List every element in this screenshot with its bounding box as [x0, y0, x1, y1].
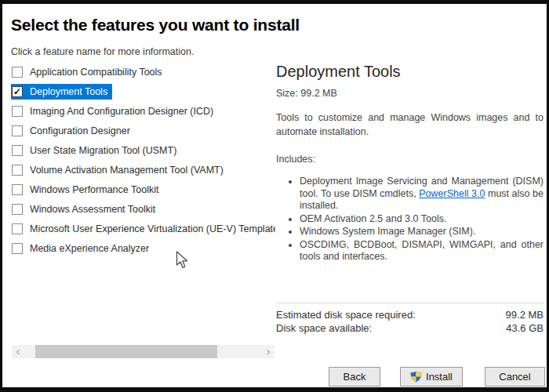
- feature-row-5[interactable]: Volume Activation Management Tool (VAMT): [11, 162, 228, 178]
- cancel-button[interactable]: Cancel: [485, 367, 545, 387]
- feature-label: Windows Assessment Toolkit: [30, 204, 155, 215]
- checkbox-unchecked-icon[interactable]: [12, 165, 23, 176]
- checkbox-unchecked-icon[interactable]: [12, 204, 23, 215]
- feature-row-4[interactable]: User State Migration Tool (USMT): [11, 143, 181, 158]
- disk-required-value: 99.2 MB: [506, 308, 544, 321]
- feature-label: User State Migration Tool (USMT): [30, 145, 176, 156]
- includes-label: Includes:: [276, 154, 544, 165]
- feature-row-2[interactable]: Imaging And Configuration Designer (ICD): [11, 103, 218, 119]
- disk-available-row: Disk space available: 43.6 GB: [276, 321, 544, 335]
- scroll-left-arrow-icon[interactable]: ‹: [12, 345, 24, 358]
- feature-label: Windows Performance Toolkit: [30, 184, 158, 195]
- scrollbar-thumb[interactable]: [35, 345, 217, 358]
- feature-label: Media eXperience Analyzer: [30, 243, 149, 254]
- feature-row-7[interactable]: Windows Assessment Toolkit: [11, 201, 160, 217]
- feature-label: Configuration Designer: [30, 125, 130, 136]
- includes-list: Deployment Image Servicing and Managemen…: [276, 176, 544, 263]
- install-button-label: Install: [426, 371, 453, 383]
- includes-item-2: Windows System Image Manager (SIM).: [300, 226, 544, 238]
- includes-item-3: OSCDIMG, BCDBoot, DISMAPI, WIMGAPI, and …: [300, 239, 544, 263]
- disk-required-label: Estimated disk space required:: [276, 308, 416, 321]
- details-size: Size: 99.2 MB: [276, 88, 544, 99]
- feature-row-6[interactable]: Windows Performance Toolkit: [11, 182, 163, 198]
- includes-item-1: OEM Activation 2.5 and 3.0 Tools.: [300, 213, 544, 226]
- adk-install-features-window: Select the features you want to install …: [0, 0, 549, 392]
- feature-label: Microsoft User Experience Virtualization…: [30, 223, 275, 234]
- back-button[interactable]: Back: [329, 367, 380, 387]
- feature-list: Application Compatibility Tools✓Deployme…: [11, 64, 275, 260]
- disk-available-value: 43.6 GB: [506, 321, 544, 335]
- feature-label: Imaging And Configuration Designer (ICD): [30, 106, 213, 117]
- disk-required-row: Estimated disk space required: 99.2 MB: [276, 308, 544, 321]
- checkbox-unchecked-icon[interactable]: [12, 243, 23, 254]
- checkbox-unchecked-icon[interactable]: [12, 145, 23, 156]
- horizontal-scrollbar[interactable]: ‹ ›: [12, 345, 274, 358]
- feature-row-9[interactable]: Media eXperience Analyzer: [11, 241, 154, 256]
- cancel-button-label: Cancel: [499, 371, 530, 383]
- uac-shield-icon: [410, 371, 422, 383]
- feature-label: Volume Activation Management Tool (VAMT): [30, 165, 224, 176]
- checkbox-unchecked-icon[interactable]: [12, 106, 23, 117]
- feature-row-8[interactable]: Microsoft User Experience Virtualization…: [11, 221, 275, 237]
- install-button[interactable]: Install: [400, 367, 463, 387]
- feature-label: Deployment Tools: [30, 86, 107, 97]
- disk-section-separator: [276, 303, 544, 303]
- includes-item-text: OEM Activation 2.5 and 3.0 Tools.: [300, 213, 446, 224]
- back-button-label: Back: [344, 371, 366, 383]
- details-title: Deployment Tools: [276, 63, 544, 81]
- includes-item-text: Windows System Image Manager (SIM).: [300, 226, 475, 237]
- checkbox-unchecked-icon[interactable]: [12, 184, 23, 195]
- feature-label: Application Compatibility Tools: [30, 67, 162, 78]
- details-panel: Deployment Tools Size: 99.2 MB Tools to …: [276, 63, 544, 264]
- scroll-right-arrow-icon[interactable]: ›: [262, 345, 274, 358]
- checkbox-unchecked-icon[interactable]: [12, 67, 23, 78]
- powershell-link[interactable]: PowerShell 3.0: [419, 188, 485, 199]
- feature-row-3[interactable]: Configuration Designer: [11, 123, 135, 139]
- feature-row-0[interactable]: Application Compatibility Tools: [11, 64, 167, 80]
- page-subtitle: Click a feature name for more informatio…: [11, 46, 194, 57]
- checkbox-unchecked-icon[interactable]: [12, 223, 23, 234]
- checkbox-unchecked-icon[interactable]: [12, 125, 23, 136]
- includes-item-0: Deployment Image Servicing and Managemen…: [300, 176, 544, 212]
- details-description: Tools to customize and manage Windows im…: [276, 111, 544, 139]
- disk-space-summary: Estimated disk space required: 99.2 MB D…: [276, 308, 544, 335]
- feature-row-1[interactable]: ✓Deployment Tools: [11, 84, 112, 100]
- page-title: Select the features you want to install: [11, 16, 300, 34]
- checkbox-checked-icon[interactable]: ✓: [12, 86, 23, 97]
- disk-available-label: Disk space available:: [276, 321, 372, 335]
- includes-item-text: OSCDIMG, BCDBoot, DISMAPI, WIMGAPI, and …: [300, 239, 544, 263]
